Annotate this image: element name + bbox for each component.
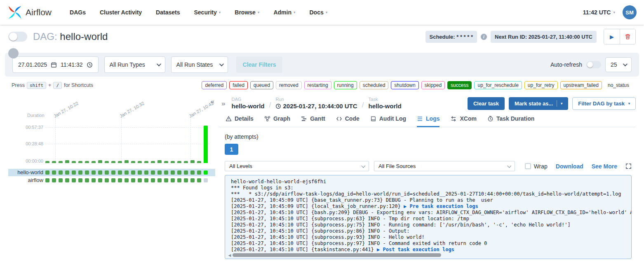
tab-graph[interactable]: Graph (264, 115, 290, 127)
tab-details[interactable]: Details (226, 115, 254, 127)
task-instance-success[interactable] (92, 170, 96, 175)
mark-state-button[interactable]: Mark state as... ▾ (509, 97, 568, 110)
nav-item-browse[interactable]: Browse▾ (235, 9, 259, 16)
airflow-logo[interactable]: Airflow (7, 5, 52, 20)
collapse-filters-handle[interactable] (8, 48, 19, 58)
filter-dag-by-task-button[interactable]: Filter DAG by task ▾ (572, 97, 636, 110)
breadcrumb-task[interactable]: Task hello-world (369, 97, 402, 110)
date-time-picker[interactable]: 27.01.2025 11:41:32 (12, 56, 99, 73)
clear-filters-button[interactable]: Clear Filters (236, 56, 283, 73)
duration-bar[interactable] (204, 126, 208, 163)
clock-dropdown[interactable]: 11:42 UTC ▾ (583, 9, 615, 16)
task-instance-success[interactable] (184, 178, 188, 182)
dag-pause-toggle[interactable] (8, 32, 27, 42)
duration-bar[interactable] (78, 161, 82, 163)
nav-item-dags[interactable]: DAGs (70, 9, 86, 16)
legend-badge-failed[interactable]: failed (229, 81, 248, 89)
duration-bar[interactable] (52, 161, 56, 163)
task-instance-success[interactable] (190, 178, 195, 182)
legend-badge-removed[interactable]: removed (276, 81, 302, 89)
duration-bar[interactable] (92, 161, 96, 163)
task-instance-success[interactable] (125, 178, 129, 182)
task-instance-success[interactable] (131, 170, 135, 175)
attempt-1-button[interactable]: 1 (225, 144, 238, 155)
task-instance-success[interactable] (184, 170, 188, 175)
tab-code[interactable]: Code (336, 115, 360, 127)
legend-badge-success[interactable]: success (447, 81, 472, 89)
task-instance-success[interactable] (59, 170, 63, 175)
duration-bar[interactable] (190, 160, 195, 163)
log-horizontal-scrollbar[interactable]: ◀ (227, 253, 628, 257)
duration-bar[interactable] (164, 161, 168, 163)
legend-badge-deferred[interactable]: deferred (202, 81, 227, 89)
task-instance-success[interactable] (157, 178, 162, 182)
task-instance-success[interactable] (78, 178, 82, 182)
task-instance-none[interactable] (204, 178, 208, 182)
task-instance-success[interactable] (65, 178, 69, 182)
task-instance-success[interactable] (177, 178, 181, 182)
wrap-toggle[interactable]: Wrap (525, 163, 548, 170)
task-label[interactable]: airflow (8, 177, 43, 184)
legend-badge-restarting[interactable]: restarting (304, 81, 331, 89)
task-instance-success[interactable] (144, 178, 148, 182)
log-sources-select[interactable]: All File Sources (374, 161, 515, 171)
nav-item-admin[interactable]: Admin▾ (273, 9, 295, 16)
duration-bar[interactable] (125, 160, 129, 163)
task-instance-success[interactable] (92, 178, 96, 182)
legend-badge-no-status[interactable]: no_status (604, 81, 632, 89)
task-label[interactable]: hello-world (8, 169, 43, 176)
delete-dag-button[interactable] (620, 29, 635, 44)
log-fold-toggle[interactable]: ▶ Pre task execution logs (401, 203, 478, 209)
task-instance-success[interactable] (151, 170, 155, 175)
run-states-select[interactable]: All Run States (171, 56, 228, 73)
duration-bar[interactable] (171, 161, 175, 163)
tab-logs[interactable]: Logs (417, 115, 440, 127)
task-instance-success[interactable] (45, 170, 49, 175)
duration-bar[interactable] (59, 161, 63, 163)
legend-badge-upstream-failed[interactable]: upstream_failed (560, 81, 602, 89)
duration-bar[interactable] (65, 160, 69, 163)
task-instance-success[interactable] (177, 170, 181, 175)
task-instance-success[interactable] (78, 170, 82, 175)
tab-task-duration[interactable]: Task Duration (487, 115, 534, 127)
legend-badge-queued[interactable]: queued (250, 81, 273, 89)
expand-panel-icon[interactable]: » (221, 100, 225, 107)
log-levels-select[interactable]: All Levels (225, 161, 369, 171)
nav-item-security[interactable]: Security▾ (194, 9, 221, 16)
nav-item-datasets[interactable]: Datasets (156, 9, 180, 16)
task-instance-success[interactable] (59, 178, 63, 182)
duration-bar[interactable] (197, 161, 201, 163)
task-instance-success[interactable] (105, 170, 109, 175)
download-link[interactable]: Download (556, 163, 583, 170)
task-instance-success[interactable] (118, 178, 122, 182)
scroll-left-icon[interactable]: ◀ (227, 253, 233, 257)
duration-bar[interactable] (184, 161, 188, 163)
clear-task-button[interactable]: Clear task (468, 97, 505, 110)
legend-badge-up-for-retry[interactable]: up_for_retry (524, 81, 558, 89)
user-avatar[interactable]: SM (623, 5, 637, 19)
duration-bar[interactable] (131, 161, 135, 163)
breadcrumb-run[interactable]: Run 2025-01-27, 10:44:00 UTC (275, 97, 357, 110)
trigger-dag-button[interactable]: ▶ (604, 29, 620, 44)
nav-item-cluster-activity[interactable]: Cluster Activity (100, 9, 142, 16)
grid-row-hello-world[interactable]: hello-world (8, 169, 215, 176)
task-instance-success[interactable] (72, 178, 76, 182)
duration-bar[interactable] (151, 161, 155, 163)
tab-audit-log[interactable]: Audit Log (370, 115, 406, 127)
task-instance-success[interactable] (98, 170, 102, 175)
task-instance-success[interactable] (72, 170, 76, 175)
task-instance-success[interactable] (105, 178, 109, 182)
scrollbar-thumb[interactable] (233, 253, 441, 257)
page-size-select[interactable]: 25 (605, 57, 632, 72)
log-output[interactable]: hello-world-hello-world-ejsf6fhi*** Foun… (225, 175, 632, 259)
legend-badge-shutdown[interactable]: shutdown (391, 81, 418, 89)
task-instance-running[interactable] (204, 170, 208, 175)
task-instance-success[interactable] (138, 170, 142, 175)
duration-bar[interactable] (138, 161, 142, 163)
task-instance-success[interactable] (131, 178, 135, 182)
task-instance-success[interactable] (171, 170, 175, 175)
task-instance-success[interactable] (111, 178, 115, 182)
task-instance-success[interactable] (125, 170, 129, 175)
task-instance-success[interactable] (197, 170, 201, 175)
breadcrumb-dag[interactable]: DAG hello-world (231, 97, 264, 110)
